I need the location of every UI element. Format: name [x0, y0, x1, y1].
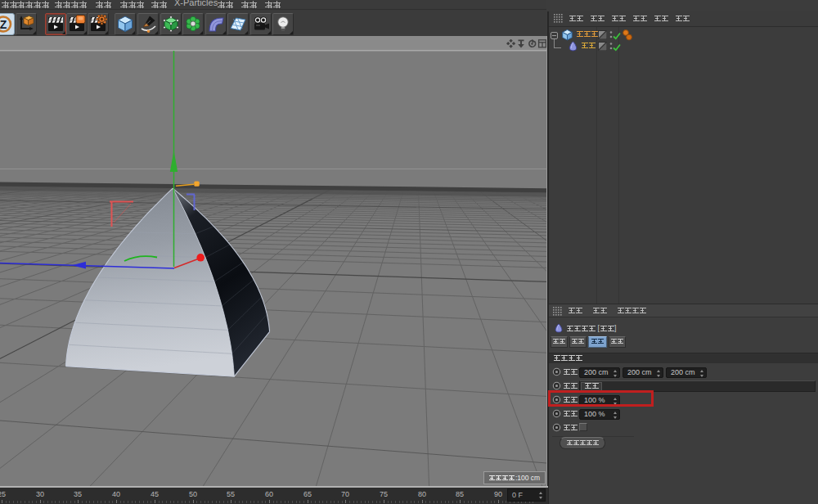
- svg-text:Z: Z: [0, 18, 7, 31]
